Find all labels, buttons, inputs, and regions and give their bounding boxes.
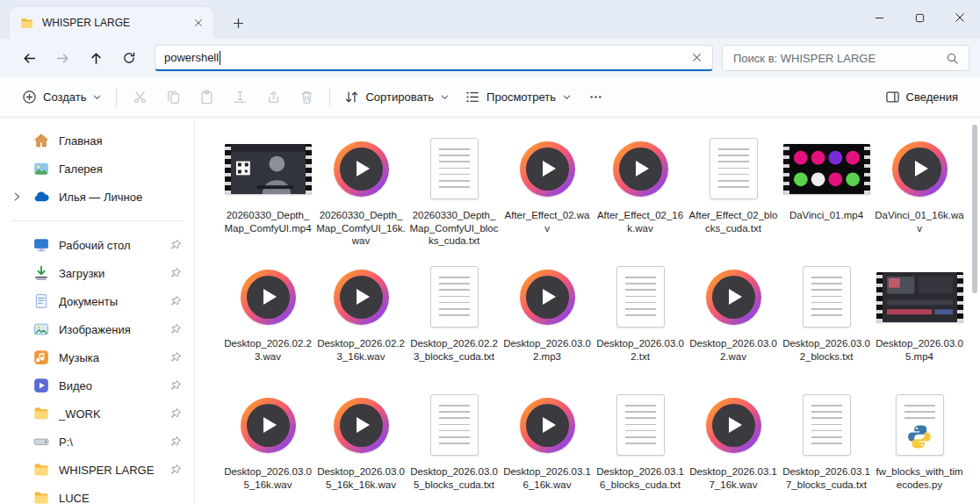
media-play-icon xyxy=(334,141,389,197)
file-item[interactable]: 20260330_Depth_Map_ComfyUI_blocks_cuda.t… xyxy=(407,130,501,258)
gallery-icon xyxy=(33,161,49,176)
sidebar-item-илья-личное[interactable]: Илья — Личное xyxy=(4,183,191,211)
refresh-button[interactable] xyxy=(112,44,146,72)
minimize-button[interactable] xyxy=(859,0,899,35)
sidebar-item-документы[interactable]: Документы xyxy=(4,287,191,315)
details-button[interactable]: Сведения xyxy=(877,83,966,112)
vertical-scrollbar[interactable] xyxy=(972,121,977,500)
details-label: Сведения xyxy=(906,90,958,104)
explorer-tab[interactable]: WHISPER LARGE xyxy=(9,6,214,39)
sidebar-item-luce[interactable]: LUCE xyxy=(4,484,191,504)
file-item[interactable]: After_Effect_02_blocks_cuda.txt xyxy=(687,130,780,258)
plus-circle-icon xyxy=(22,90,37,104)
sidebar-item-p[interactable]: P:\ xyxy=(4,428,191,456)
tab-close-icon[interactable] xyxy=(189,13,208,32)
file-item[interactable]: After_Effect_02_16k.wav xyxy=(594,130,687,258)
file-item[interactable]: Desktop_2026.03.05_blocks_cuda.txt xyxy=(407,386,501,504)
media-play-icon xyxy=(241,270,296,325)
file-name: Desktop_2026.02.23_blocks_cuda.txt xyxy=(409,337,499,363)
video-thumbnail xyxy=(225,144,312,194)
clear-address-icon[interactable] xyxy=(686,47,707,68)
file-item[interactable]: Desktop_2026.02.23_16k.wav xyxy=(314,258,407,386)
home-icon xyxy=(33,133,49,148)
file-name: Desktop_2026.03.16_16k.wav xyxy=(502,465,592,491)
file-item[interactable]: Desktop_2026.03.05_16k.wav xyxy=(221,386,314,504)
delete-button[interactable] xyxy=(290,83,323,112)
sidebar-divider xyxy=(11,220,184,221)
sidebar-item-музыка[interactable]: Музыка xyxy=(4,343,191,371)
search-box[interactable] xyxy=(722,45,969,71)
file-item[interactable]: Desktop_2026.03.16_blocks_cuda.txt xyxy=(594,386,687,504)
folder-icon xyxy=(33,462,49,478)
new-tab-button[interactable] xyxy=(227,11,249,34)
close-button[interactable] xyxy=(940,0,980,35)
sort-icon xyxy=(344,90,359,104)
file-item[interactable]: Desktop_2026.02.23_blocks_cuda.txt xyxy=(407,258,501,386)
file-item[interactable]: Desktop_2026.03.05.mp4 xyxy=(873,258,966,386)
videos-icon xyxy=(33,378,49,393)
file-item[interactable]: Desktop_2026.03.02.mp3 xyxy=(501,258,594,386)
file-name: Desktop_2026.02.23_16k.wav xyxy=(316,337,406,363)
search-icon[interactable] xyxy=(942,48,962,68)
sidebar-item-рабочий-стол[interactable]: Рабочий стол xyxy=(4,231,191,259)
file-item[interactable]: Desktop_2026.03.05_16k_16k.wav xyxy=(314,386,407,504)
maximize-button[interactable] xyxy=(899,0,940,35)
sidebar-item-whisper-large[interactable]: WHISPER LARGE xyxy=(4,456,191,484)
sidebar-item-изображения[interactable]: Изображения xyxy=(4,315,191,343)
sidebar-item-загрузки[interactable]: Загрузки xyxy=(4,259,191,287)
file-area: 20260330_Depth_Map_ComfyUI.mp420260330_D… xyxy=(195,118,980,504)
file-item[interactable]: Desktop_2026.03.02.wav xyxy=(687,258,780,386)
sidebar-item-label: WHISPER LARGE xyxy=(59,464,169,477)
file-name: After_Effect_02_16k.wav xyxy=(595,209,685,234)
forward-button[interactable] xyxy=(46,44,79,72)
sidebar-item-главная[interactable]: Главная xyxy=(4,126,191,155)
file-item[interactable]: After_Effect_02.wav xyxy=(501,130,594,258)
sidebar-item-label: Галерея xyxy=(59,162,182,176)
file-item[interactable]: Desktop_2026.03.02_blocks.txt xyxy=(780,258,873,386)
paste-button[interactable] xyxy=(190,83,223,112)
more-options-button[interactable] xyxy=(580,83,613,112)
file-icon-box xyxy=(803,386,851,464)
tab-title: WHISPER LARGE xyxy=(42,17,182,29)
toolbar-separator xyxy=(116,88,117,107)
view-button[interactable]: Просмотреть xyxy=(458,83,580,112)
file-item[interactable]: 20260330_Depth_Map_ComfyUI_16k.wav xyxy=(314,130,407,258)
cut-button[interactable] xyxy=(123,83,156,112)
file-icon-box xyxy=(892,130,948,207)
file-item[interactable]: Desktop_2026.03.17_16k.wav xyxy=(687,386,780,504)
sidebar-item-label: Видео xyxy=(59,379,169,392)
file-item[interactable]: DaVinci_01.mp4 xyxy=(780,130,873,258)
back-button[interactable] xyxy=(12,44,46,72)
create-button[interactable]: Создать xyxy=(14,83,110,112)
sort-button[interactable]: Сортировать xyxy=(336,83,458,112)
sidebar-item-label: Главная xyxy=(59,134,182,148)
sidebar-item-label: Изображения xyxy=(59,323,169,336)
address-input[interactable]: powershell xyxy=(155,45,713,71)
file-item[interactable]: Desktop_2026.03.16_16k.wav xyxy=(501,386,594,504)
file-icon-box xyxy=(334,258,389,335)
file-item[interactable]: DaVinci_01_16k.wav xyxy=(873,130,966,258)
scrollbar-thumb[interactable] xyxy=(972,125,977,293)
desktop-icon xyxy=(33,237,49,253)
file-icon-box xyxy=(876,258,963,335)
sidebar-item-галерея[interactable]: Галерея xyxy=(4,155,191,183)
share-button[interactable] xyxy=(256,83,290,112)
chevron-right-icon[interactable] xyxy=(11,191,23,203)
file-item[interactable]: 20260330_Depth_Map_ComfyUI.mp4 xyxy=(221,130,314,258)
sidebar-item-_work[interactable]: _WORK xyxy=(4,400,191,428)
sidebar-item-видео[interactable]: Видео xyxy=(4,371,191,400)
file-name: Desktop_2026.03.05_blocks_cuda.txt xyxy=(409,465,499,491)
up-button[interactable] xyxy=(79,44,112,72)
media-play-icon xyxy=(706,270,761,325)
pin-icon xyxy=(169,407,182,420)
file-item[interactable]: fw_blocks_with_timecodes.py xyxy=(873,386,966,504)
copy-button[interactable] xyxy=(156,83,190,112)
file-item[interactable]: Desktop_2026.02.23.wav xyxy=(221,258,314,386)
file-item[interactable]: Desktop_2026.03.02.txt xyxy=(594,258,687,386)
file-item[interactable]: Desktop_2026.03.17_blocks_cuda.txt xyxy=(780,386,873,504)
pin-icon xyxy=(169,351,182,364)
file-icon-box xyxy=(803,258,851,335)
chevron-down-icon xyxy=(440,92,450,102)
rename-button[interactable] xyxy=(223,83,256,112)
search-input[interactable] xyxy=(733,52,942,65)
